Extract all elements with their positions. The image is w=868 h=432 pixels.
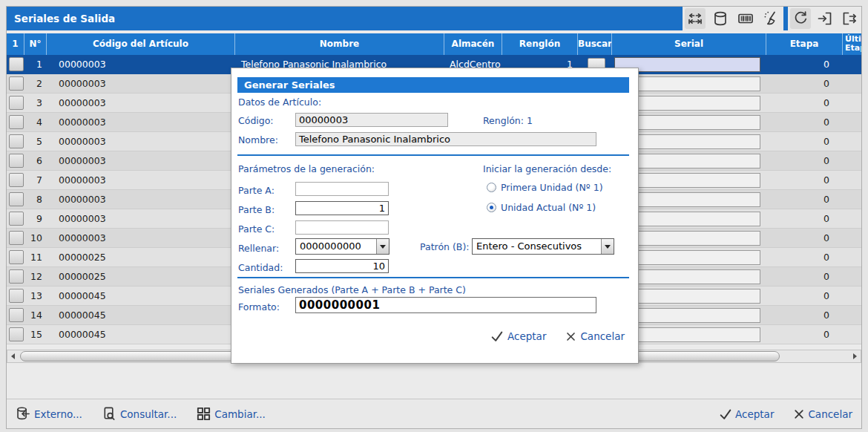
row-select-button[interactable] bbox=[9, 173, 24, 187]
chevron-down-icon bbox=[605, 245, 611, 249]
row-number: 7 bbox=[24, 171, 47, 190]
row-number: 5 bbox=[24, 132, 47, 151]
row-codigo: 00000003 bbox=[47, 94, 235, 113]
row-number: 11 bbox=[24, 248, 47, 267]
column-header-nombre[interactable]: Nombre bbox=[235, 33, 444, 55]
row-number: 3 bbox=[24, 94, 47, 113]
column-header-etapa[interactable]: Etapa bbox=[766, 33, 843, 55]
row-etapa: 0 bbox=[766, 94, 841, 113]
column-header-ultima-etapa[interactable]: Última Etapa bbox=[843, 33, 861, 55]
row-codigo: 00000003 bbox=[47, 229, 235, 248]
generar-seriales-dialog: Generar Seriales Datos de Artículo: Códi… bbox=[231, 68, 639, 364]
clean-icon[interactable] bbox=[760, 8, 781, 29]
iniciar-label: Iniciar la generación desde: bbox=[483, 163, 611, 174]
import-icon[interactable] bbox=[815, 8, 835, 29]
row-codigo: 00000003 bbox=[47, 55, 235, 74]
externo-button[interactable]: Externo... bbox=[16, 406, 82, 422]
footer-cancelar-button[interactable]: Cancelar bbox=[793, 408, 852, 420]
radio-primera-unidad[interactable]: Primera Unidad (Nº 1) bbox=[487, 182, 603, 193]
row-select-button[interactable] bbox=[9, 269, 24, 284]
column-header-serial[interactable]: Serial bbox=[612, 33, 766, 55]
row-etapa: 0 bbox=[766, 55, 841, 74]
row-select-button[interactable] bbox=[9, 231, 24, 245]
screen: Seriales de Salida bbox=[0, 0, 868, 432]
refresh-icon[interactable] bbox=[790, 8, 811, 29]
row-codigo: 00000003 bbox=[47, 190, 235, 209]
row-number: 6 bbox=[24, 151, 47, 171]
dialog-title: Generar Seriales bbox=[237, 77, 629, 93]
external-database-icon bbox=[16, 406, 31, 422]
row-etapa: 0 bbox=[766, 306, 841, 325]
footer-bar: Externo... Consultar... Cambiar... bbox=[7, 399, 861, 428]
row-select-button[interactable] bbox=[9, 250, 24, 264]
externo-label: Externo... bbox=[34, 408, 82, 420]
row-select-button[interactable] bbox=[9, 134, 24, 148]
row-number: 14 bbox=[24, 306, 47, 325]
column-header-select[interactable]: 1 bbox=[7, 33, 24, 55]
footer-aceptar-button[interactable]: Aceptar bbox=[719, 408, 774, 421]
export-icon[interactable] bbox=[839, 8, 860, 29]
parte-a-input[interactable] bbox=[295, 182, 389, 196]
row-select-button[interactable] bbox=[9, 96, 24, 110]
barcode-icon[interactable] bbox=[735, 8, 756, 29]
cantidad-input[interactable]: 10 bbox=[295, 259, 389, 273]
formato-label: Formato: bbox=[238, 301, 280, 312]
row-select-button[interactable] bbox=[9, 115, 24, 129]
cambiar-button[interactable]: Cambiar... bbox=[196, 406, 266, 422]
column-header-almacen[interactable]: Almacén bbox=[444, 33, 502, 55]
navigate-records-icon[interactable] bbox=[685, 8, 706, 29]
database-icon[interactable] bbox=[710, 8, 731, 29]
dialog-aceptar-button[interactable]: Aceptar bbox=[490, 330, 546, 343]
dialog-buttons: Aceptar Cancelar bbox=[490, 330, 625, 343]
rellenar-dropdown[interactable]: 0000000000 bbox=[295, 238, 389, 255]
row-select-button[interactable] bbox=[9, 327, 24, 341]
codigo-input: 00000003 bbox=[295, 113, 448, 127]
parte-c-input[interactable] bbox=[295, 220, 389, 235]
row-etapa: 0 bbox=[766, 151, 841, 171]
dialog-cancelar-label: Cancelar bbox=[580, 330, 625, 342]
dialog-cancelar-button[interactable]: Cancelar bbox=[565, 330, 625, 343]
column-header-numero[interactable]: N° bbox=[24, 33, 47, 55]
x-icon bbox=[565, 331, 576, 342]
renglon-label: Renglón: bbox=[483, 115, 524, 126]
column-header-buscar[interactable]: Buscar bbox=[578, 33, 612, 55]
row-select-button[interactable] bbox=[9, 192, 24, 206]
check-icon bbox=[719, 408, 732, 421]
row-select-button[interactable] bbox=[9, 212, 24, 226]
row-select-button[interactable] bbox=[9, 57, 24, 71]
column-header-codigo[interactable]: Código del Artículo bbox=[47, 33, 235, 55]
renglon-info: Renglón: 1 bbox=[483, 115, 533, 126]
nombre-input: Telefono Panasonic Inalambrico bbox=[295, 132, 596, 146]
row-codigo: 00000045 bbox=[47, 325, 235, 344]
grid-squares-icon bbox=[196, 406, 211, 422]
row-number: 4 bbox=[24, 113, 47, 132]
patron-value: Entero - Consecutivos bbox=[473, 239, 601, 254]
row-select-button[interactable] bbox=[9, 76, 24, 91]
row-select-button[interactable] bbox=[9, 154, 24, 168]
formato-input[interactable]: 0000000001 bbox=[295, 297, 596, 313]
scroll-right-icon bbox=[853, 353, 857, 359]
scroll-left-button[interactable] bbox=[7, 351, 19, 361]
row-select-button[interactable] bbox=[9, 289, 24, 303]
patron-dropdown[interactable]: Entero - Consecutivos bbox=[472, 238, 614, 255]
patron-dropdown-button[interactable] bbox=[601, 239, 614, 254]
codigo-label: Código: bbox=[238, 115, 274, 126]
row-codigo: 00000045 bbox=[47, 287, 235, 306]
footer-cancelar-label: Cancelar bbox=[808, 408, 852, 420]
check-icon bbox=[490, 330, 504, 343]
radio-primera-icon bbox=[487, 183, 496, 192]
footer-left-group: Externo... Consultar... Cambiar... bbox=[16, 406, 266, 422]
radio-unidad-actual[interactable]: Unidad Actual (Nº 1) bbox=[487, 202, 596, 213]
row-etapa: 0 bbox=[766, 325, 841, 344]
column-header-renglon[interactable]: Renglón bbox=[502, 33, 578, 55]
rellenar-dropdown-button[interactable] bbox=[376, 239, 389, 254]
parte-b-input[interactable]: 1 bbox=[295, 201, 389, 215]
row-codigo: 00000003 bbox=[47, 113, 235, 132]
row-etapa: 0 bbox=[766, 229, 841, 248]
row-codigo: 00000003 bbox=[47, 74, 235, 94]
row-select-button[interactable] bbox=[9, 308, 24, 322]
scroll-right-button[interactable] bbox=[849, 351, 861, 361]
divider bbox=[237, 277, 629, 278]
consultar-button[interactable]: Consultar... bbox=[102, 406, 177, 422]
radio-actual-label: Unidad Actual (Nº 1) bbox=[501, 202, 596, 213]
